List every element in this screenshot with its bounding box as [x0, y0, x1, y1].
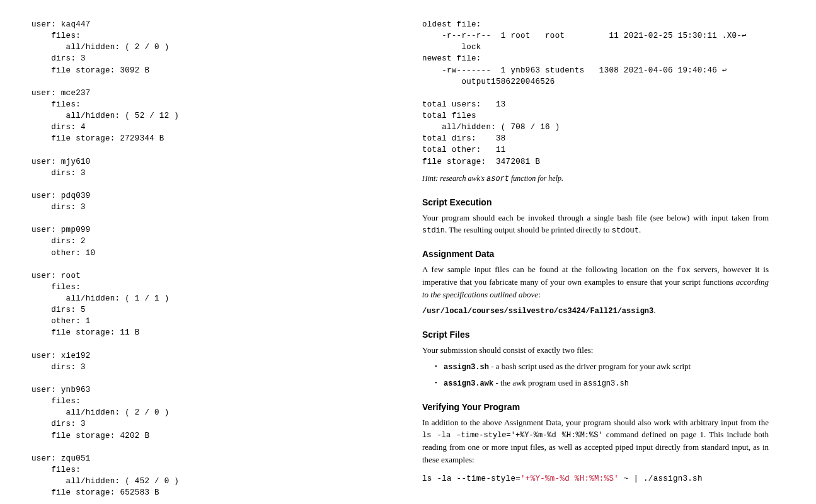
hint-suffix: function for help. [509, 174, 563, 183]
list-item: assign3.awk - the awk program used in as… [435, 377, 769, 389]
verifying-body: In addition to the above Assignment Data… [422, 416, 769, 466]
script-files-intro: Your submission should consist of exactl… [422, 344, 769, 357]
command-line-example: ls -la --time-style='+%Y-%m-%d %H:%M:%S'… [422, 473, 769, 485]
document-page: user: kaq447 files: all/hidden: ( 2 / 0 … [0, 0, 816, 504]
list-item: assign3.sh - a bash script used as the d… [435, 360, 769, 373]
hint-code: asort [486, 175, 509, 183]
left-column: user: kaq447 files: all/hidden: ( 2 / 0 … [25, 19, 378, 498]
hint-prefix: Hint: research awk's [422, 174, 486, 183]
user-stats-output: user: kaq447 files: all/hidden: ( 2 / 0 … [32, 19, 378, 498]
assignment-data-heading: Assignment Data [422, 248, 769, 261]
script-execution-heading: Script Execution [422, 196, 769, 209]
script-files-heading: Script Files [422, 328, 769, 341]
summary-output: oldest file: -r--r--r-- 1 root root 11 2… [422, 19, 769, 168]
verifying-heading: Verifying Your Program [422, 401, 769, 414]
assignment-data-body: A few sample input files can be found at… [422, 263, 769, 301]
hint-line: Hint: research awk's asort function for … [422, 173, 769, 185]
right-column: oldest file: -r--r--r-- 1 root root 11 2… [416, 19, 769, 498]
script-execution-body: Your program should each be invoked thro… [422, 212, 769, 237]
assignment-path: /usr/local/courses/ssilvestro/cs3424/Fal… [422, 304, 769, 317]
script-files-list: assign3.sh - a bash script used as the d… [422, 360, 769, 389]
